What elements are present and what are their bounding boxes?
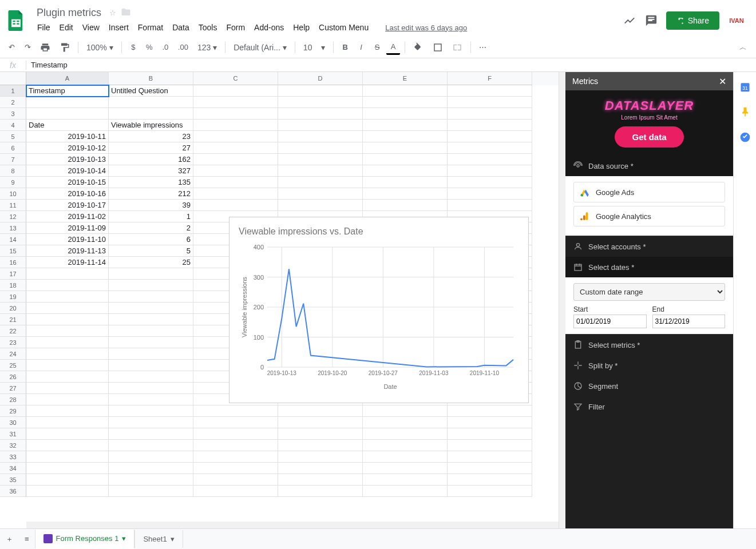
cell-A33[interactable]	[26, 451, 109, 463]
add-sheet-icon[interactable]: ＋	[0, 531, 19, 548]
bold-icon[interactable]: B	[338, 40, 352, 55]
select-all-corner[interactable]	[0, 72, 26, 85]
cell-A18[interactable]	[26, 280, 109, 291]
cell-F30[interactable]	[448, 417, 532, 428]
cell-A19[interactable]	[26, 291, 109, 303]
cell-F5[interactable]	[448, 131, 532, 142]
cell-D11[interactable]	[278, 200, 363, 211]
row-header[interactable]: 34	[0, 463, 26, 474]
cell-E10[interactable]	[363, 188, 448, 200]
row-header[interactable]: 23	[0, 337, 26, 348]
section-dates[interactable]: Select dates *	[565, 257, 733, 277]
calendar-rail-icon[interactable]: 31	[739, 81, 751, 93]
cell-C33[interactable]	[193, 451, 278, 463]
section-split[interactable]: Split by *	[565, 355, 733, 376]
cell-D6[interactable]	[278, 142, 363, 154]
cell-F33[interactable]	[448, 451, 532, 463]
cell-B15[interactable]: 5	[109, 245, 193, 257]
move-folder-icon[interactable]	[121, 7, 131, 19]
close-icon[interactable]: ✕	[719, 76, 726, 87]
cell-D31[interactable]	[278, 428, 363, 440]
cell-C32[interactable]	[193, 440, 278, 451]
row-header[interactable]: 28	[0, 394, 26, 405]
cell-B16[interactable]: 25	[109, 257, 193, 268]
zoom-dropdown[interactable]: 100% ▾	[83, 41, 117, 54]
cell-A6[interactable]: 2019-10-12	[26, 142, 109, 154]
cell-A20[interactable]	[26, 303, 109, 314]
cell-A9[interactable]: 2019-10-15	[26, 177, 109, 188]
cell-B29[interactable]	[109, 405, 193, 417]
cell-F6[interactable]	[448, 142, 532, 154]
cell-E11[interactable]	[363, 200, 448, 211]
row-header[interactable]: 35	[0, 474, 26, 486]
cell-C4[interactable]	[193, 120, 278, 131]
cell-D35[interactable]	[278, 474, 363, 486]
cell-B14[interactable]: 6	[109, 234, 193, 245]
section-filter[interactable]: Filter	[565, 396, 733, 417]
cell-A31[interactable]	[26, 428, 109, 440]
row-header[interactable]: 17	[0, 268, 26, 280]
cell-A21[interactable]	[26, 314, 109, 325]
row-header[interactable]: 31	[0, 428, 26, 440]
cell-C9[interactable]	[193, 177, 278, 188]
cell-D2[interactable]	[278, 97, 363, 108]
end-date-input[interactable]	[652, 315, 726, 328]
row-header[interactable]: 7	[0, 154, 26, 165]
cell-B19[interactable]	[109, 291, 193, 303]
cell-A7[interactable]: 2019-10-13	[26, 154, 109, 165]
cell-A4[interactable]: Date	[26, 120, 109, 131]
vertical-scrollbar[interactable]	[559, 72, 565, 528]
percent-icon[interactable]: %	[143, 40, 156, 55]
cell-C34[interactable]	[193, 463, 278, 474]
cell-F3[interactable]	[448, 108, 532, 120]
cell-A26[interactable]	[26, 371, 109, 383]
cell-E35[interactable]	[363, 474, 448, 486]
row-header[interactable]: 16	[0, 257, 26, 268]
formula-input[interactable]: Timestamp	[26, 61, 756, 69]
cell-A14[interactable]: 2019-11-10	[26, 234, 109, 245]
explore-icon[interactable]	[623, 14, 636, 27]
cell-D8[interactable]	[278, 165, 363, 177]
cell-B25[interactable]	[109, 360, 193, 371]
menu-help[interactable]: Help	[289, 21, 314, 34]
row-header[interactable]: 6	[0, 142, 26, 154]
cell-B33[interactable]	[109, 451, 193, 463]
embedded-chart[interactable]: Viewable impressions vs. Date 0100200300…	[229, 217, 529, 403]
cell-D33[interactable]	[278, 451, 363, 463]
cell-A17[interactable]	[26, 268, 109, 280]
column-header-c[interactable]: C	[193, 72, 278, 85]
menu-file[interactable]: File	[33, 21, 54, 34]
cell-E1[interactable]	[363, 85, 448, 97]
cell-A13[interactable]: 2019-11-09	[26, 222, 109, 234]
cell-B30[interactable]	[109, 417, 193, 428]
cell-E8[interactable]	[363, 165, 448, 177]
strikethrough-icon[interactable]: S	[370, 40, 384, 55]
cell-E34[interactable]	[363, 463, 448, 474]
cell-E31[interactable]	[363, 428, 448, 440]
cell-B27[interactable]	[109, 383, 193, 394]
cell-A22[interactable]	[26, 325, 109, 337]
cell-A29[interactable]	[26, 405, 109, 417]
cell-B13[interactable]: 2	[109, 222, 193, 234]
row-header[interactable]: 14	[0, 234, 26, 245]
cell-B8[interactable]: 327	[109, 165, 193, 177]
cell-B22[interactable]	[109, 325, 193, 337]
cell-B17[interactable]	[109, 268, 193, 280]
cell-C36[interactable]	[193, 486, 278, 497]
cell-A15[interactable]: 2019-11-13	[26, 245, 109, 257]
datasource-google-analytics[interactable]: Google Analytics	[573, 206, 725, 226]
tasks-rail-icon[interactable]	[739, 132, 751, 143]
cell-B20[interactable]	[109, 303, 193, 314]
menu-insert[interactable]: Insert	[105, 21, 133, 34]
paint-format-icon[interactable]	[56, 40, 73, 55]
cell-B32[interactable]	[109, 440, 193, 451]
more-formats-dropdown[interactable]: 123 ▾	[194, 41, 220, 54]
row-header[interactable]: 12	[0, 211, 26, 222]
start-date-input[interactable]	[573, 315, 647, 328]
date-range-select[interactable]: Custom date range	[573, 283, 725, 301]
cell-B6[interactable]: 27	[109, 142, 193, 154]
cell-C10[interactable]	[193, 188, 278, 200]
menu-addons[interactable]: Add-ons	[250, 21, 288, 34]
cell-D36[interactable]	[278, 486, 363, 497]
cell-F35[interactable]	[448, 474, 532, 486]
